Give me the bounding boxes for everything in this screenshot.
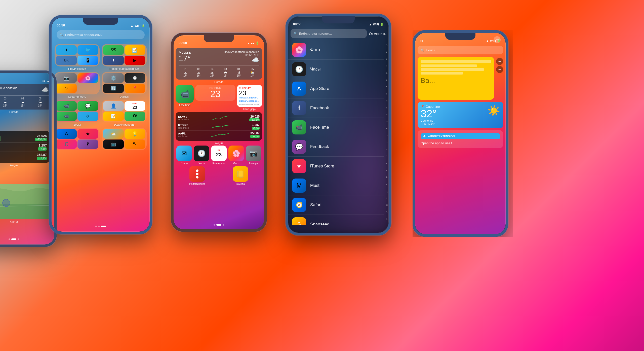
appstore-app-icon: A (292, 82, 306, 96)
minus-button2[interactable]: − (496, 66, 503, 73)
phone4-wrapper: 00:50 ▲WiFi🔋 🔍 Библиотека прилож... Отме… (286, 14, 391, 235)
phone5-content: Ва... − − 📍 Cupertino 32 (418, 57, 503, 148)
app-list-item-itunes[interactable]: ★ iTunes Store (288, 157, 384, 176)
app-list-item-facebook[interactable]: f Facebook (288, 98, 384, 118)
phone4: 00:50 ▲WiFi🔋 🔍 Библиотека прилож... Отме… (286, 14, 391, 235)
app-list-item-feedback[interactable]: 💬 Feedback (288, 137, 384, 157)
phone1-weather-widget: Преимущественно облачно H:25° L:11° ☁️ 0… (0, 84, 52, 113)
phone3-page-dots (214, 224, 224, 226)
phone2-page-dots (95, 226, 106, 227)
app-list-item-facetime[interactable]: 📹 FaceTime (288, 118, 384, 137)
phone3-calendar-widget: Вторник 23 (195, 85, 235, 111)
mail-icon[interactable]: ✉ (176, 146, 192, 161)
phone2-wrapper: 00:50 ▲ WiFi 🔋 🔍 Библиотека приложений (49, 15, 152, 234)
clock-app-icon: 🕐 (292, 62, 306, 76)
phone3-wrapper: 00:50 ▲ ●● 🔋 Москва 17° (171, 33, 267, 232)
safari-app-icon: 🧭 (292, 198, 306, 212)
phone5-search-bar[interactable]: 🔍 Поиск (418, 46, 503, 54)
photos-app-icon: 🌸 (292, 43, 306, 57)
must-app-icon: M (292, 179, 306, 193)
reminders-icon[interactable] (189, 166, 205, 182)
notes-icon[interactable]: 📒 (233, 166, 248, 182)
app-list-item-appstore[interactable]: A App Store (288, 79, 384, 98)
phone5-widgetextension: ✈ WIDGETEXTENSION Open the app to use t.… (418, 130, 503, 148)
phone1-page-dots (9, 238, 19, 240)
clock-icon[interactable]: 🕐 (194, 146, 209, 161)
phone5-weather-widget: 📍 Cupertino 32° Солнечно H:31° L:14° ☀️ (418, 102, 503, 128)
phone4-alphabet-index: АБВГД ЕЖЗИК ЛМНОП РСТУФ ХЦЧШЭ Я (386, 42, 388, 223)
phone3-bottom-apps: ✉ Почта 🕐 Часы ВТ23 Календарь 🌸 (176, 146, 262, 165)
svg-point-1 (3, 199, 10, 207)
phone1-status-bar: ●● ▲ (0, 73, 54, 84)
facetime-icon[interactable]: 📹 (176, 85, 194, 103)
app-list-item-clock[interactable]: 🕐 Часы (288, 60, 384, 79)
phone3: 00:50 ▲ ●● 🔋 Москва 17° (171, 33, 267, 232)
phone5: ●● ▲WiFi🔋 + 🔍 Поиск (413, 30, 508, 237)
app-list-item-must[interactable]: M Must (288, 176, 384, 195)
phone3-weather-widget: Москва 17° Преимущественно облачно H:25°… (176, 48, 262, 83)
phone4-search-bar[interactable]: 🔍 Библиотека прилож... (291, 29, 367, 38)
phone5-wrapper: ●● ▲WiFi🔋 + 🔍 Поиск (413, 30, 508, 237)
phone4-search-area: 🔍 Библиотека прилож... Отменить (291, 29, 386, 38)
phone1-stocks-widget: Al Average 26 025 +153,50 (0, 131, 52, 167)
app-list-item-photos[interactable]: 🌸 Фото (288, 40, 384, 60)
phone2-search-bar[interactable]: 🔍 Библиотека приложений (57, 30, 145, 39)
app-list-item-snapseed[interactable]: S Snapseed (288, 215, 384, 225)
phone1-map-widget: Карты (0, 184, 52, 224)
phone3-events-widget: TUESDAY 23 Показать виджеты Сделать обзо… (237, 85, 262, 111)
note-widget: Ва... (418, 57, 494, 100)
facebook-app-icon: f (292, 101, 306, 115)
itunes-app-icon: ★ (292, 159, 306, 173)
phone1: ●● ▲ Преимущественно облачно H:25° L:11°… (0, 71, 57, 247)
camera-icon2[interactable]: 📷 (246, 146, 261, 161)
phone3-stocks-widget: DOW J Dow Jones... 26 025 +153,50 (176, 112, 262, 145)
app-list-item-safari[interactable]: 🧭 Safari (288, 195, 384, 215)
photos-icon[interactable]: 🌸 (228, 146, 244, 161)
phone4-app-list: 🌸 Фото 🕐 Часы A App Store f Facebook (288, 40, 384, 225)
cancel-button[interactable]: Отменить (369, 31, 386, 36)
phone2: 00:50 ▲ WiFi 🔋 🔍 Библиотека приложений (49, 15, 152, 234)
phone3-app-row: 📹 FaceTime Вторник 23 TUESDA (176, 85, 262, 111)
phone2-app-grid: ✈ 🐦 ВК 📱 Предложения 🗺 📝 f (52, 42, 150, 222)
minus-button[interactable]: − (496, 58, 503, 65)
phone3-last-app-row: Напоминания 📒 Заметки (176, 166, 262, 185)
calendar-icon[interactable]: ВТ23 (211, 146, 227, 161)
facetime-app-icon: 📹 (292, 120, 306, 134)
feedback-app-icon: 💬 (292, 140, 306, 154)
snapseed-app-icon: S (292, 217, 306, 225)
